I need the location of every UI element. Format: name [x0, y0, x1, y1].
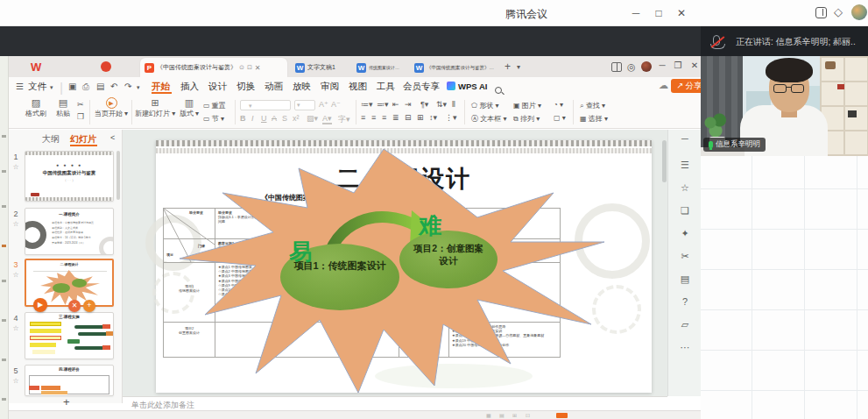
outdent-icon[interactable]: ⇤	[392, 100, 399, 109]
canvas-scrollbar[interactable]	[662, 140, 667, 182]
italic-icon[interactable]: I	[251, 114, 254, 123]
select-button[interactable]: ▦ 选择 ▾	[580, 114, 608, 124]
wps-ai-label[interactable]: WPS AI	[458, 82, 487, 91]
columns-icon[interactable]: ⫴	[452, 100, 455, 110]
avatar[interactable]	[851, 4, 867, 20]
slide-canvas[interactable]: 二.课程设计 《中国传统图案设计与鉴赏》门课矩阵（二级矩阵） 毕业要求 门课 项…	[123, 130, 667, 396]
minimize-icon[interactable]: ─	[629, 7, 643, 19]
wps-close-icon[interactable]: ✕	[688, 60, 702, 70]
menu-tools[interactable]: 工具	[377, 81, 395, 93]
menu-design[interactable]: 设计	[208, 81, 227, 93]
paste-button[interactable]: ▤粘贴	[51, 97, 75, 118]
view-notes-icon[interactable]: ⊡	[526, 412, 530, 418]
properties-icon[interactable]: ☰	[668, 160, 702, 171]
animation-panel-icon[interactable]: ✦	[668, 228, 702, 239]
tab-slides[interactable]: 幻灯片	[70, 133, 96, 146]
cloud-icon[interactable]: ☁	[659, 80, 668, 91]
wps-restore-icon[interactable]: ❐	[671, 60, 685, 70]
slide-thumbnail-1[interactable]: ● ● ● ● 中国传统图案设计与鉴赏 （ · · ）	[25, 151, 114, 202]
format-painter-button[interactable]: ▨格式刷	[21, 97, 51, 118]
menu-transition[interactable]: 切换	[236, 81, 255, 93]
play-from-current-button[interactable]: ▶ 当页开始 ▾	[93, 97, 130, 118]
font-color-icon[interactable]: A▾	[322, 114, 332, 124]
menu-slideshow[interactable]: 放映	[293, 81, 311, 93]
shapes-button[interactable]: ⬠ 形状 ▾	[471, 101, 498, 110]
tab-close-icon[interactable]: ✕	[255, 64, 261, 72]
collapse-panel-icon[interactable]: <	[110, 133, 115, 142]
maximize-icon[interactable]: □	[652, 7, 666, 19]
font-size-select[interactable]: ▾	[294, 100, 315, 110]
star-icon[interactable]: ☆	[668, 182, 702, 194]
slide-thumbnail-5[interactable]: 四.课程评价	[25, 365, 114, 396]
wps-minimize-icon[interactable]: ─	[655, 60, 669, 70]
project2-ellipse[interactable]: 项目2：创意图案设计	[399, 231, 498, 288]
slide-size-button[interactable]: ▢ ▾	[554, 114, 566, 122]
menu-view[interactable]: 视图	[349, 81, 367, 93]
menu-file[interactable]: 文件	[28, 81, 46, 93]
distribute-icon[interactable]: ⊟	[405, 113, 412, 122]
thumbnail-delete-button[interactable]: ✕	[68, 300, 81, 312]
highlight-icon[interactable]: ▨▾	[307, 114, 318, 123]
play-slideshow-button[interactable]	[556, 413, 568, 418]
find-button[interactable]: ⌕ 查找 ▾	[580, 101, 605, 110]
indent-icon[interactable]: ⇥	[405, 100, 412, 109]
menu-insert[interactable]: 插入	[180, 81, 199, 93]
sidebar-panel-icon[interactable]	[815, 7, 827, 18]
crop-panel-icon[interactable]: ▱	[668, 319, 702, 330]
slide-thumbnail-4[interactable]: 三.课程实施	[25, 312, 114, 359]
redo-icon[interactable]: ↷	[124, 82, 131, 91]
notes-bar[interactable]: 单击此处添加备注	[123, 396, 667, 410]
tab-outline[interactable]: 大纲	[42, 133, 60, 146]
view-normal-icon[interactable]: ▦	[486, 412, 491, 418]
align-right-icon[interactable]: ≡	[382, 113, 386, 122]
menu-animation[interactable]: 动画	[265, 81, 283, 93]
tab-sync-icon[interactable]: ⊙	[239, 64, 244, 71]
para-spacing-icon[interactable]: ↕▾	[429, 113, 437, 122]
undo-icon[interactable]: ↶	[110, 82, 117, 91]
char-tool-icon[interactable]: 字▾	[338, 114, 350, 125]
new-slide-button[interactable]: ⊞新建幻灯片 ▾	[135, 97, 175, 118]
new-tab-button[interactable]: +	[505, 60, 511, 73]
align-center-icon[interactable]: ≡	[371, 113, 376, 122]
align-left-icon[interactable]: ≡	[361, 113, 365, 122]
layout-button[interactable]: ▥版式 ▾	[177, 97, 201, 118]
tab-doc3[interactable]: W 《中国传统图案设计与鉴赏》教学大	[410, 58, 499, 77]
indent-more-icon[interactable]: ⊞	[417, 113, 424, 122]
copy-icon[interactable]: ❐	[77, 112, 84, 121]
participant-video[interactable]: 信息系辛明明	[701, 56, 868, 156]
menu-review[interactable]: 审阅	[321, 81, 339, 93]
cut-icon[interactable]: ✂	[77, 100, 84, 109]
slide-thumbnail-2[interactable]: 一.课程简介 课程名称：中国传统图案设计与鉴赏课程类别：人文艺术类 课程性质：通…	[25, 208, 114, 255]
easy-label[interactable]: 易	[289, 237, 312, 267]
split-view-icon[interactable]	[611, 62, 622, 72]
thumbnail-play-button[interactable]: ▶	[33, 298, 47, 312]
add-slide-button[interactable]: +	[63, 395, 70, 408]
view-read-icon[interactable]: ⊞	[512, 412, 517, 418]
picture-button[interactable]: ▣ 图片 ▾	[513, 101, 541, 110]
theme-icon[interactable]: ◎	[627, 61, 636, 73]
cut-panel-icon[interactable]: ✂	[668, 251, 702, 262]
shadow-icon[interactable]: S	[282, 114, 287, 123]
account-avatar[interactable]	[641, 61, 652, 72]
thumbnail-add-button[interactable]: +	[83, 300, 95, 312]
font-grow-icon[interactable]: A⁺	[319, 100, 328, 109]
line-spacing-icon[interactable]: ⇅▾	[436, 100, 447, 109]
docer-icon[interactable]	[101, 61, 111, 72]
slide[interactable]: 二.课程设计 《中国传统图案设计与鉴赏》门课矩阵（二级矩阵） 毕业要求 门课 项…	[156, 140, 652, 393]
numbering-icon[interactable]: ≕▾	[377, 100, 389, 109]
menu-home[interactable]: 开始	[152, 81, 170, 93]
para-mark-icon[interactable]: ⋮▾	[445, 113, 457, 122]
underline-icon[interactable]: U	[261, 114, 267, 123]
cube-icon[interactable]: ◇	[834, 5, 843, 18]
more-icon[interactable]: ⋯	[668, 342, 702, 353]
bullets-icon[interactable]: ≔▾	[361, 100, 373, 109]
tab-doc2[interactable]: W 传统图案设计第 4 次课教学整体设计	[352, 58, 406, 77]
bold-icon[interactable]: B	[240, 114, 246, 123]
print-icon[interactable]: ▤	[96, 82, 104, 91]
tab-doc1[interactable]: W 文字文稿1	[291, 58, 347, 77]
font-name-select[interactable]: ▾	[240, 100, 291, 110]
strikethrough-icon[interactable]: A	[272, 114, 277, 123]
reader-panel-icon[interactable]: ▤	[668, 273, 702, 285]
tab-presentation[interactable]: P 《中国传统图案设计与鉴赏》 ⊙ ⊡ ✕	[140, 58, 287, 77]
tab-list-chevron-icon[interactable]: ▾	[517, 63, 520, 71]
